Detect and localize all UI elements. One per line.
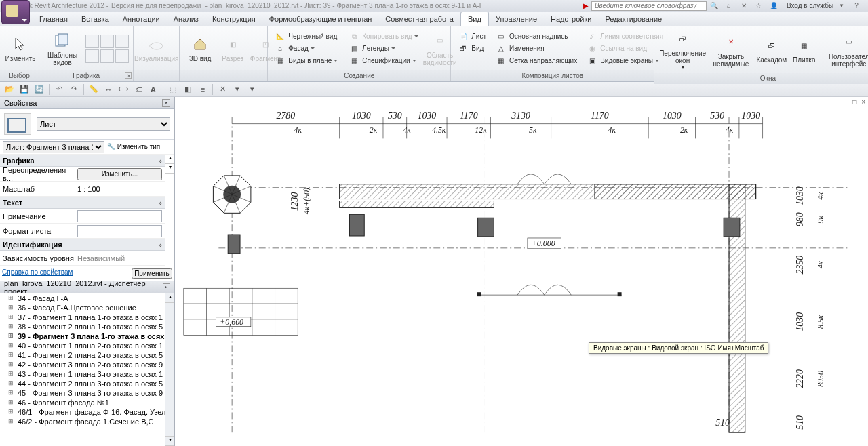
align-button[interactable]: ↔: [102, 83, 115, 96]
project-browser[interactable]: 34 - Фасад Г-А36 - Фасад Г-А.Цветовое ре…: [0, 293, 165, 446]
vis-override-button[interactable]: Изменить...: [77, 168, 162, 180]
ribbon-tab-8[interactable]: Управление: [489, 12, 544, 26]
schedules-button[interactable]: ▦Спецификации: [346, 55, 420, 67]
visibility-shortcuts[interactable]: [85, 35, 129, 63]
format-input[interactable]: [77, 225, 162, 237]
tree-item[interactable]: 46/1 - Фрагмент фасада Ф-16. Фасад. Узел: [0, 407, 165, 417]
ribbon-tab-6[interactable]: Совместная работа: [378, 12, 460, 26]
measure-button[interactable]: 📏: [87, 83, 100, 96]
browser-scrollbar[interactable]: ▴▾: [165, 293, 174, 446]
dim-button[interactable]: ⟷: [117, 83, 130, 96]
drafting-view-button[interactable]: 📐Чертежный вид: [272, 31, 340, 43]
customize-button[interactable]: ▾: [245, 83, 259, 96]
tree-item[interactable]: 43 - Фрагмент 1 плана 3-го этажа в осях …: [0, 369, 165, 379]
redo-button[interactable]: ↷: [67, 83, 81, 96]
tree-item[interactable]: 36 - Фасад Г-А.Цветовое решение: [0, 303, 165, 312]
ribbon-tab-1[interactable]: Вставка: [75, 12, 116, 26]
instance-selector[interactable]: Лист: Фрагмент 3 плана 1-го: [3, 141, 104, 153]
props-section-text[interactable]: Текст⬨: [0, 197, 165, 209]
open-button[interactable]: 📂: [3, 83, 16, 96]
tree-item[interactable]: 46/2 - Фрагмент фасада 1.Сечение В,С: [0, 417, 165, 426]
viewports-button[interactable]: ▣Видовые экраны: [584, 55, 666, 67]
close-icon[interactable]: ×: [162, 99, 170, 107]
elevation-button[interactable]: ⌂Фасад: [272, 43, 340, 55]
text-button[interactable]: A: [146, 83, 160, 96]
subscription-icon[interactable]: ⌂: [724, 1, 734, 12]
ribbon-tab-9[interactable]: Надстройки: [544, 12, 598, 26]
infocenter-search[interactable]: [591, 1, 707, 11]
maximize-icon[interactable]: □: [852, 98, 856, 106]
type-selector[interactable]: Лист: [37, 117, 170, 131]
expand-icon[interactable]: ↘: [125, 72, 132, 79]
undo-button[interactable]: ↶: [52, 83, 66, 96]
view-templates-button[interactable]: Шаблоны видов: [43, 30, 81, 68]
tree-item[interactable]: 44 - Фрагмент 2 плана 3-го этажа в осях …: [0, 379, 165, 388]
save-button[interactable]: 💾: [18, 83, 31, 96]
props-section-graphics[interactable]: Графика⬨: [0, 155, 165, 167]
help-icon[interactable]: ?: [851, 1, 862, 12]
ribbon-tab-10[interactable]: Редактирование: [598, 12, 669, 26]
legends-button[interactable]: ▤Легенды: [346, 43, 420, 55]
ribbon-tab-0[interactable]: Главная: [33, 12, 75, 26]
app-menu-button[interactable]: [1, 0, 30, 24]
ribbon-tab-2[interactable]: Аннотации: [116, 12, 167, 26]
svg-text:1030: 1030: [417, 110, 436, 121]
switch-qat-button[interactable]: ▾: [231, 83, 244, 96]
section-qat-button[interactable]: ◧: [181, 83, 195, 96]
tree-item[interactable]: 46 - Фрагмент фасада №1: [0, 398, 165, 407]
browser-header[interactable]: plan_kirova_120210_2012.rvt - Диспетчер …: [0, 281, 174, 293]
tree-item[interactable]: 34 - Фасад Г-А: [0, 293, 165, 303]
revisions-button[interactable]: △Изменения: [493, 43, 580, 55]
props-help-link[interactable]: Справка по свойствам: [2, 268, 132, 279]
tree-item[interactable]: 41 - Фрагмент 2 плана 2-го этажа в осях …: [0, 350, 165, 360]
sheet-button[interactable]: 📄Лист: [455, 31, 489, 43]
3d-button[interactable]: ⬚: [166, 83, 180, 96]
switch-windows-button[interactable]: 🗗 Переключение окон▾: [658, 28, 707, 72]
props-section-ident[interactable]: Идентификация⬨: [0, 239, 165, 251]
close-icon[interactable]: ×: [163, 283, 170, 291]
favorite-icon[interactable]: ☆: [753, 1, 764, 12]
close-hidden-button[interactable]: ✕ Закрыть невидимые: [707, 31, 755, 69]
plan-views-button[interactable]: ▦Виды в плане: [272, 55, 340, 67]
exchange-icon[interactable]: ✕: [738, 1, 749, 12]
minimize-icon[interactable]: −: [844, 98, 848, 106]
ribbon-tab-7[interactable]: Вид: [460, 12, 489, 26]
edit-type-button[interactable]: 🔧 Изменить тип: [107, 143, 160, 150]
search-icon[interactable]: 🔍: [709, 1, 719, 12]
sync-button[interactable]: 🔄: [33, 83, 46, 96]
close-view-icon[interactable]: ×: [861, 98, 865, 106]
thin-lines-button[interactable]: ≡: [196, 83, 210, 96]
modify-button[interactable]: Изменить: [4, 33, 37, 64]
signin-link[interactable]: Вход в службы: [787, 2, 833, 9]
tile-button[interactable]: ▦ Плитка: [788, 35, 821, 65]
signin-dropdown-icon[interactable]: ▼: [839, 3, 844, 9]
ribbon-tab-3[interactable]: Анализ: [167, 12, 205, 26]
apply-button[interactable]: Применить: [132, 268, 172, 279]
user-icon[interactable]: 👤: [768, 1, 779, 12]
ui-icon: ▭: [840, 33, 859, 52]
cascade-button[interactable]: 🗗 Каскадом: [755, 35, 788, 65]
titleblock-button[interactable]: ▭Основная надпись: [493, 31, 580, 43]
tree-item[interactable]: 45 - Фрагмент 3 плана 3-го этажа в осях …: [0, 388, 165, 398]
drawing-canvas[interactable]: 278010305301030117031301170103053010304к…: [175, 97, 868, 446]
tree-item[interactable]: 37 - Фрагмент 1 плана 1-го этажа в осях …: [0, 312, 165, 322]
svg-rect-50: [228, 235, 240, 254]
tree-item[interactable]: 40 - Фрагмент 1 плана 2-го этажа в осях …: [0, 341, 165, 350]
ribbon-tab-5[interactable]: Формообразующие и генплан: [262, 12, 379, 26]
ui-button[interactable]: ▭ Пользовател интерфейс: [821, 31, 868, 69]
view-button[interactable]: 🗗Вид: [455, 43, 489, 55]
svg-rect-55: [618, 292, 622, 296]
note-input[interactable]: [77, 210, 162, 222]
properties-header[interactable]: Свойства ×: [0, 97, 174, 109]
tree-item[interactable]: 42 - Фрагмент 3 плана 2-го этажа в осях …: [0, 360, 165, 369]
guide-grid-button[interactable]: ▦Сетка направляющих: [493, 55, 580, 67]
3d-view-button[interactable]: 3D вид: [184, 33, 216, 64]
panel-title-select: Выбор: [0, 70, 39, 81]
tag-button[interactable]: 🏷: [132, 83, 145, 96]
scale-value[interactable]: 1 : 100: [77, 185, 162, 193]
tree-item[interactable]: 38 - Фрагмент 2 плана 1-го этажа в осях …: [0, 322, 165, 331]
props-scrollbar[interactable]: ▴▾: [165, 155, 174, 266]
ribbon-tab-4[interactable]: Конструкция: [205, 12, 262, 26]
close-views-button[interactable]: ✕: [216, 83, 229, 96]
tree-item[interactable]: 39 - Фрагмент 3 плана 1-го этажа в осях: [0, 331, 165, 341]
